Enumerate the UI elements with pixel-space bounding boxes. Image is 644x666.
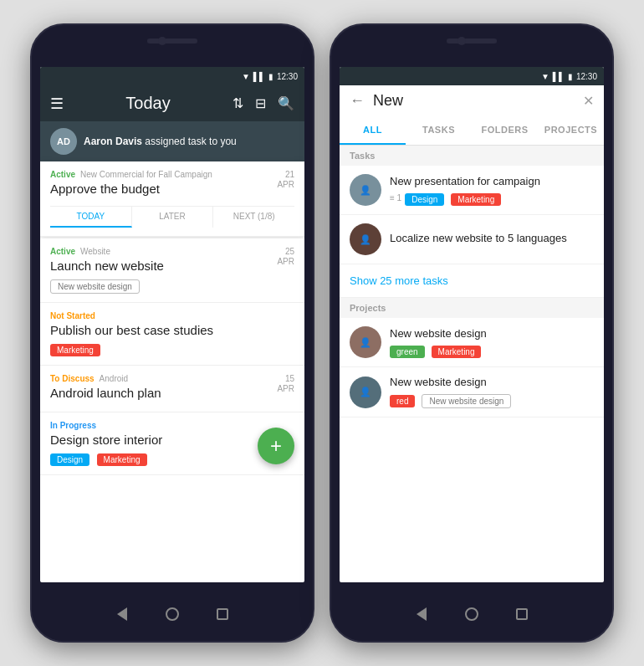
- task-date-month-2: APR: [277, 257, 294, 267]
- search-tabs: ALL TASKS FOLDERS PROJECTS: [340, 116, 604, 146]
- clear-icon[interactable]: ✕: [583, 93, 594, 109]
- left-phone: ▼ ▌▌ ▮ 12:30 ☰ Today ⇅ ⊟ 🔍: [30, 23, 314, 643]
- result-meta-1: ≡ 1 Design Marketing: [390, 190, 594, 206]
- recents-button-right[interactable]: [514, 606, 530, 622]
- task-tag5-design: Design: [50, 453, 89, 466]
- bottom-nav-left: [32, 587, 313, 641]
- phone-body-left: ▼ ▌▌ ▮ 12:30 ☰ Today ⇅ ⊟ 🔍: [30, 23, 314, 643]
- tab-today[interactable]: TODAY: [50, 207, 132, 228]
- speaker-left: [147, 38, 197, 44]
- status-active-1: Active: [50, 170, 75, 179]
- result-title-1: New presentation for campaign: [390, 175, 594, 187]
- camera-right: [457, 37, 466, 45]
- filter-icon[interactable]: ⊟: [255, 95, 266, 111]
- projects-section-header: Projects: [340, 298, 604, 318]
- tab-later[interactable]: LATER: [132, 207, 214, 228]
- today-title: Today: [125, 94, 170, 113]
- result-task-2[interactable]: 👤 Localize new website to 5 languages: [340, 215, 604, 264]
- tab-next[interactable]: NEXT (1/8): [213, 207, 294, 228]
- result-content-2: Localize new website to 5 languages: [390, 232, 594, 247]
- task-date-day-2: 25: [277, 247, 294, 257]
- task-date-month-1: APR: [277, 180, 294, 190]
- task-tag5-marketing: Marketing: [97, 453, 147, 466]
- show-more-tasks[interactable]: Show 25 more tasks: [340, 264, 604, 298]
- result-meta-proj-2: red New website design: [390, 391, 594, 408]
- tag-outline-2: New website design: [422, 394, 511, 408]
- task-tag-3: Marketing: [50, 344, 100, 356]
- signal-icon-r: ▌▌: [553, 72, 565, 81]
- time-right: 12:30: [576, 72, 597, 81]
- right-phone: ▼ ▌▌ ▮ 12:30 ← New ✕ ALL TASKS FOLDER: [330, 23, 614, 643]
- notification-bar: AD Aaron Davis assigned task to you: [40, 121, 304, 161]
- bottom-nav-right: [331, 587, 612, 641]
- screen-left: ▼ ▌▌ ▮ 12:30 ☰ Today ⇅ ⊟ 🔍: [40, 67, 304, 582]
- task-tag-2: New website design: [50, 279, 140, 294]
- tag-marketing-1: Marketing: [451, 193, 501, 206]
- status-bar-left: ▼ ▌▌ ▮ 12:30: [40, 67, 304, 85]
- camera-left: [158, 37, 166, 45]
- tab-all[interactable]: ALL: [340, 116, 406, 145]
- avatar-project-1: 👤: [350, 326, 381, 358]
- task-date-day-4: 15: [277, 374, 294, 384]
- phone-body-right: ▼ ▌▌ ▮ 12:30 ← New ✕ ALL TASKS FOLDER: [330, 23, 614, 643]
- sort-icon[interactable]: ⇅: [233, 95, 243, 111]
- result-title-2: Localize new website to 5 languages: [390, 232, 594, 244]
- task-title-4: Android launch plan: [50, 386, 161, 400]
- task-title-3: Publish our best case studies: [50, 323, 294, 337]
- today-header: ☰ Today ⇅ ⊟ 🔍: [40, 85, 304, 121]
- back-button-left[interactable]: [114, 606, 130, 622]
- result-title-proj-1: New website design: [390, 327, 594, 340]
- wifi-icon-r: ▼: [541, 72, 549, 81]
- task-card-5[interactable]: In Progress Design store interior Design…: [40, 412, 304, 475]
- task-card-4[interactable]: To Discuss Android Android launch plan 1…: [40, 366, 304, 412]
- menu-icon[interactable]: ☰: [50, 95, 64, 113]
- task-card-3[interactable]: Not Started Publish our best case studie…: [40, 303, 304, 366]
- recents-button-left[interactable]: [214, 606, 231, 622]
- avatar-project-2: 👤: [350, 377, 381, 408]
- task-date-month-4: APR: [277, 384, 294, 394]
- result-content-proj-1: New website design green Marketing: [390, 327, 594, 358]
- result-content-1: New presentation for campaign ≡ 1 Design…: [390, 175, 594, 206]
- time-left: 12:30: [277, 72, 298, 81]
- avatar-aaron: AD: [50, 128, 77, 155]
- status-not-started-3: Not Started: [50, 311, 95, 320]
- home-button-right[interactable]: [463, 606, 480, 622]
- tag-green-1: green: [390, 346, 425, 358]
- task-count-1: ≡ 1: [390, 193, 401, 202]
- battery-icon-r: ▮: [568, 72, 573, 81]
- battery-icon: ▮: [268, 72, 273, 81]
- tag-red-2: red: [390, 395, 415, 407]
- fab-button[interactable]: +: [258, 428, 294, 464]
- search-icon[interactable]: 🔍: [278, 95, 294, 111]
- task-card-2[interactable]: Active Website Launch new website New we…: [40, 238, 304, 303]
- status-active-2: Active: [50, 247, 75, 256]
- search-bar: ← New ✕: [340, 85, 604, 116]
- notification-name: Aaron Davis: [84, 136, 142, 147]
- result-title-proj-2: New website design: [390, 376, 594, 388]
- result-project-1[interactable]: 👤 New website design green Marketing: [340, 318, 604, 367]
- result-content-proj-2: New website design red New website desig…: [390, 376, 594, 408]
- back-button-right[interactable]: [413, 606, 430, 622]
- status-bar-right: ▼ ▌▌ ▮ 12:30: [340, 67, 604, 85]
- tab-projects[interactable]: PROJECTS: [538, 116, 604, 145]
- result-project-2[interactable]: 👤 New website design red New website des…: [340, 367, 604, 418]
- task-title-1: Approve the budget: [50, 182, 212, 196]
- tasks-section-header: Tasks: [340, 146, 604, 166]
- search-query[interactable]: New: [373, 92, 575, 110]
- task-card-1[interactable]: Active New Commercial for Fall Campaign …: [40, 161, 304, 237]
- tab-tasks[interactable]: TASKS: [406, 116, 472, 145]
- avatar-task-1: 👤: [350, 174, 381, 206]
- status-to-discuss-4: To Discuss: [50, 374, 95, 383]
- home-button-left[interactable]: [164, 606, 181, 622]
- task-title-2: Launch new website: [50, 259, 164, 273]
- back-icon[interactable]: ←: [350, 92, 365, 110]
- task-context-4: Android: [100, 374, 128, 383]
- result-task-1[interactable]: 👤 New presentation for campaign ≡ 1 Desi…: [340, 166, 604, 215]
- task-date-day-1: 21: [277, 170, 294, 180]
- tag-design-1: Design: [405, 193, 444, 206]
- tab-folders[interactable]: FOLDERS: [472, 116, 538, 145]
- notification-text: Aaron Davis assigned task to you: [84, 136, 237, 147]
- header-icons: ⇅ ⊟ 🔍: [233, 95, 294, 111]
- tag-marketing-proj-1: Marketing: [432, 346, 482, 358]
- task-context-1: New Commercial for Fall Campaign: [80, 170, 212, 179]
